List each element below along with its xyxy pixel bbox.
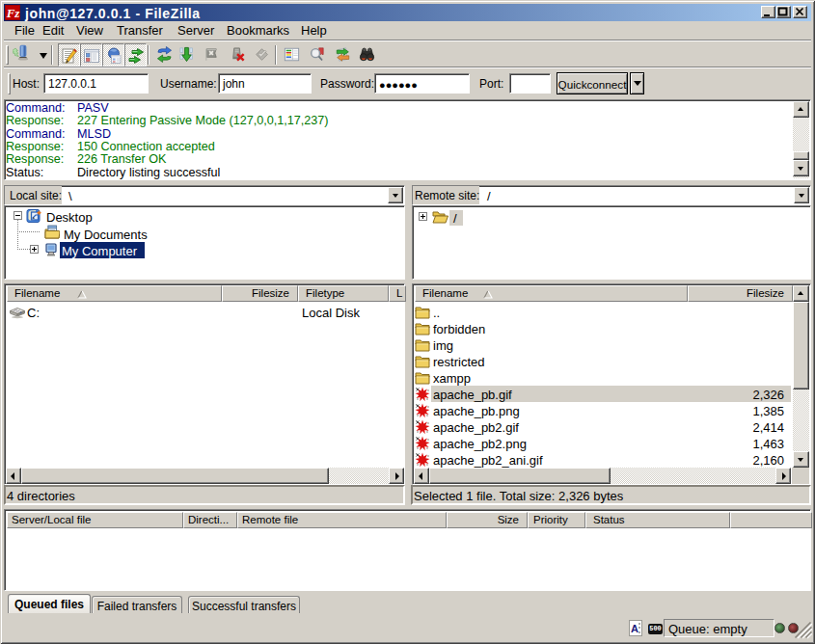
svg-text:Fz: Fz: [6, 6, 20, 20]
svg-text:A: A: [631, 623, 638, 634]
